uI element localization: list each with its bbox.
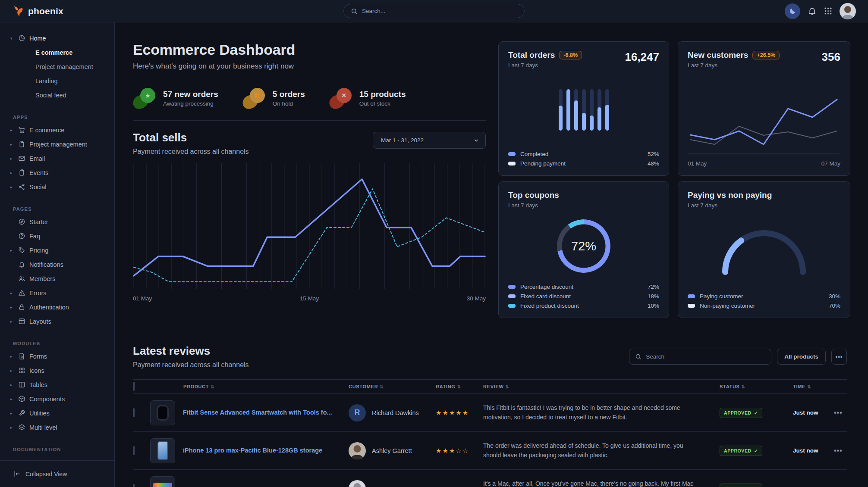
search-input[interactable]: [362, 8, 517, 14]
sidebar-item-label: E commerce: [29, 127, 64, 134]
collapse-sidebar-button[interactable]: Collapsed View: [0, 460, 114, 487]
orders-legend: Completed52%Pending payment48%: [508, 151, 659, 167]
check-icon: ✓: [754, 410, 758, 415]
all-products-button[interactable]: All products: [777, 349, 826, 365]
column-header-status[interactable]: STATUS⇅: [720, 384, 793, 389]
column-header-product[interactable]: PRODUCT⇅: [150, 384, 349, 389]
sidebar-item-tables[interactable]: ▸Tables: [0, 378, 114, 392]
grid4-icon: [18, 367, 29, 374]
caret-right-icon: ▸: [10, 319, 18, 324]
sidebar-item-multi-level[interactable]: ▸Multi level: [0, 420, 114, 434]
apps-menu-button[interactable]: [824, 7, 832, 15]
sidebar-item-pricing[interactable]: ▸Pricing: [0, 243, 114, 257]
sidebar-section-apps: APPS: [13, 112, 114, 123]
avatar: R: [349, 404, 366, 421]
card-title: Total orders: [508, 50, 555, 60]
caret-right-icon: ▸: [10, 128, 18, 132]
card-title: New customers: [688, 50, 748, 60]
sidebar-section-modules: MODULES: [13, 338, 114, 349]
x-label: 01 May: [688, 160, 707, 167]
product-link[interactable]: iPhone 13 pro max-Pacific Blue-128GB sto…: [183, 446, 322, 455]
row-more-button[interactable]: •••: [834, 447, 847, 455]
sidebar-item-errors[interactable]: ▸Errors: [0, 286, 114, 300]
sidebar-item-layouts[interactable]: ▸Layouts: [0, 314, 114, 328]
product-thumbnail-laptop[interactable]: [150, 476, 175, 487]
card-title: Top coupons: [508, 190, 559, 200]
caret-down-icon: ▾: [10, 36, 18, 41]
columns-icon: [18, 381, 29, 388]
sidebar-item-components[interactable]: ▸Components: [0, 392, 114, 406]
sidebar-item-label: Layouts: [29, 318, 51, 325]
lock-icon: [18, 303, 29, 311]
sidebar-item-notifications[interactable]: Notifications: [0, 257, 114, 272]
sidebar-item-social[interactable]: ▸Social: [0, 180, 114, 194]
brand[interactable]: phoenix: [12, 5, 63, 17]
column-header-time[interactable]: TIME⇅: [793, 384, 834, 389]
stats-row: ★57 new ordersAwating processing5 orders…: [133, 88, 486, 109]
sidebar-item-authentication[interactable]: ▸Authentication: [0, 300, 114, 314]
product-thumbnail-phone[interactable]: [150, 438, 175, 463]
legend-value: 70%: [829, 303, 840, 309]
layers-icon: [18, 424, 29, 431]
column-header-rating[interactable]: RATING⇅: [436, 384, 483, 389]
user-avatar[interactable]: [840, 3, 856, 19]
row-checkbox[interactable]: [133, 484, 135, 487]
sidebar-item-label: Starter: [29, 219, 48, 225]
customer-name: Ashley Garrett: [372, 447, 412, 454]
total-sells-title: Total sells: [133, 131, 249, 144]
row-more-button[interactable]: •••: [834, 485, 847, 487]
reviews-search[interactable]: [629, 349, 771, 365]
column-header-review[interactable]: REVIEW⇅: [483, 384, 720, 389]
table-row: iPhone 13 pro max-Pacific Blue-128GB sto…: [133, 432, 847, 470]
row-checkbox[interactable]: [133, 446, 135, 455]
column-header-customer[interactable]: CUSTOMER⇅: [349, 384, 436, 389]
product-link[interactable]: Fitbit Sense Advanced Smartwatch with To…: [183, 409, 332, 417]
card-period: Last 7 days: [688, 62, 780, 69]
caret-right-icon: ▸: [10, 397, 18, 401]
sidebar-item-project-management[interactable]: ▸Project management: [0, 137, 114, 151]
notifications-button[interactable]: [808, 6, 817, 16]
x-label: 15 May: [300, 295, 319, 302]
sidebar-item-starter[interactable]: Starter: [0, 215, 114, 229]
card-period: Last 7 days: [508, 202, 559, 209]
sidebar-item-project-management[interactable]: Project management: [0, 59, 114, 74]
caret-right-icon: ▸: [10, 248, 18, 253]
sidebar-item-label: Multi level: [29, 424, 57, 431]
sidebar-item-utilities[interactable]: ▸Utilities: [0, 406, 114, 420]
paying-legend: Paying customer30%Non-paying customer70%: [688, 293, 840, 309]
theme-toggle-button[interactable]: [785, 3, 800, 19]
sidebar-item-events[interactable]: ▸Events: [0, 165, 114, 180]
phoenix-logo-icon: [12, 5, 24, 17]
row-more-button[interactable]: •••: [834, 409, 847, 417]
date-range-select[interactable]: Mar 1 - 31, 2022: [373, 132, 486, 149]
reviews-subtitle: Payment received across all channels: [133, 361, 249, 369]
sidebar-item-members[interactable]: Members: [0, 272, 114, 286]
top-navbar: phoenix: [0, 0, 868, 22]
product-thumbnail-watch[interactable]: [150, 400, 175, 425]
sidebar-item-forms[interactable]: ▸Forms: [0, 349, 114, 363]
sidebar-item-label: Events: [29, 169, 48, 176]
select-all-checkbox[interactable]: [133, 382, 135, 391]
caret-right-icon: ▸: [10, 354, 18, 359]
sidebar-item-e-commerce[interactable]: E commerce: [0, 45, 114, 59]
sidebar-item-home[interactable]: ▾Home: [0, 31, 114, 45]
sidebar-item-label: Landing: [35, 78, 58, 84]
sidebar-item-icons[interactable]: ▸Icons: [0, 363, 114, 378]
sidebar-item-e-commerce[interactable]: ▸E commerce: [0, 123, 114, 137]
coupons-donut-chart: 72%: [557, 219, 610, 273]
global-search[interactable]: [343, 4, 525, 18]
reviews-more-button[interactable]: •••: [831, 349, 847, 365]
table-header: PRODUCT⇅CUSTOMER⇅RATING⇅REVIEW⇅STATUS⇅TI…: [133, 379, 847, 394]
caret-right-icon: ▸: [10, 156, 18, 161]
caret-right-icon: ▸: [10, 383, 18, 387]
search-icon: [351, 8, 358, 15]
reviews-search-input[interactable]: [646, 353, 765, 360]
sidebar-item-landing[interactable]: Landing: [0, 74, 114, 88]
sidebar-item-social-feed[interactable]: Social feed: [0, 88, 114, 102]
sidebar-item-faq[interactable]: Faq: [0, 229, 114, 243]
row-checkbox[interactable]: [133, 408, 135, 417]
sidebar-item-email[interactable]: ▸Email: [0, 151, 114, 165]
stat-value: 57 new orders: [163, 90, 218, 99]
table-body: Fitbit Sense Advanced Smartwatch with To…: [133, 394, 847, 487]
reviews-table: PRODUCT⇅CUSTOMER⇅RATING⇅REVIEW⇅STATUS⇅TI…: [133, 379, 847, 487]
